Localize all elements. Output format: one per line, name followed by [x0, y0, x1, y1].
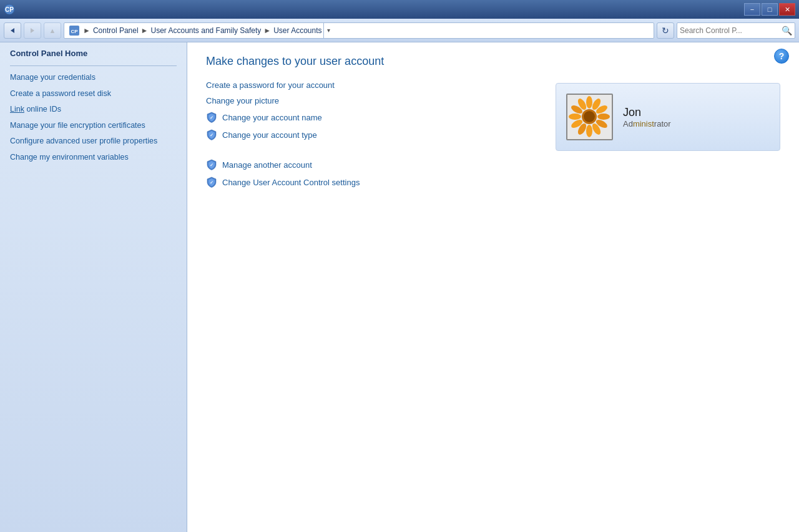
breadcrumb-bar: CP ► Control Panel ► User Accounts and F…: [64, 22, 654, 39]
user-avatar-image: [567, 95, 612, 139]
sidebar: Control Panel Home Manage your credentia…: [0, 42, 187, 532]
action-links: Create a password for your account Chang…: [206, 80, 506, 194]
back-button[interactable]: [4, 22, 21, 39]
shield-icon-change-name: ✓: [206, 112, 217, 123]
link-change-name[interactable]: ✓ Change your account name: [206, 112, 506, 123]
sidebar-divider: [10, 65, 177, 66]
page-title: Make changes to your user account: [206, 55, 780, 68]
user-info: Jon Administrator: [623, 106, 671, 128]
address-bar: ▲ CP ► Control Panel ► User Accounts and…: [0, 19, 799, 42]
breadcrumb-user-accounts-family[interactable]: User Accounts and Family Safety: [151, 26, 262, 35]
shield-icon-uac: ✓: [206, 177, 217, 188]
svg-text:✓: ✓: [210, 163, 213, 167]
breadcrumb-sep-1: ►: [83, 26, 91, 35]
svg-text:CP: CP: [5, 6, 14, 13]
user-role: Administrator: [623, 119, 671, 128]
breadcrumb-sep-2: ►: [141, 26, 149, 35]
sidebar-link-file-encryption[interactable]: Manage your file encryption certificates: [10, 120, 177, 132]
svg-point-13: [586, 125, 592, 137]
app-icon: CP: [4, 4, 15, 15]
svg-point-16: [569, 114, 581, 120]
svg-text:✓: ✓: [210, 115, 213, 120]
user-role-highlight: minist: [633, 119, 654, 128]
section-spacer: [206, 147, 506, 159]
svg-text:✓: ✓: [210, 180, 213, 185]
user-avatar: [566, 94, 613, 140]
sidebar-link-online-ids-rest: online IDs: [26, 105, 61, 114]
manage-another-label: Manage another account: [222, 160, 312, 170]
svg-point-7: [586, 96, 592, 109]
change-picture-label: Change your picture: [206, 96, 279, 105]
sidebar-link-environment-vars[interactable]: Change my environment variables: [10, 152, 177, 163]
breadcrumb-sep-3: ►: [263, 26, 271, 35]
main-layout: Control Panel Home Manage your credentia…: [0, 42, 799, 532]
link-uac-settings[interactable]: ✓ Change User Account Control settings: [206, 177, 506, 188]
user-role-suffix: rator: [654, 119, 671, 128]
create-password-label: Create a password for your account: [206, 80, 335, 90]
minimize-button[interactable]: −: [744, 3, 760, 16]
user-card: Jon Administrator: [556, 83, 780, 151]
svg-text:✓: ✓: [210, 133, 213, 137]
link-change-picture[interactable]: Change your picture: [206, 96, 506, 105]
sidebar-link-manage-credentials[interactable]: Manage your credentials: [10, 72, 177, 84]
breadcrumb-icon: CP: [68, 24, 81, 37]
title-bar-left: CP: [4, 4, 15, 15]
search-box: 🔍: [677, 22, 795, 39]
sidebar-link-password-reset[interactable]: Create a password reset disk: [10, 89, 177, 100]
refresh-button[interactable]: ↻: [657, 22, 674, 39]
link-create-password[interactable]: Create a password for your account: [206, 80, 506, 90]
close-button[interactable]: ✕: [779, 3, 795, 16]
sidebar-link-online-ids-underline: Link: [10, 105, 24, 114]
user-name: Jon: [623, 106, 671, 119]
svg-marker-2: [11, 28, 14, 33]
sidebar-home-link[interactable]: Control Panel Home: [10, 49, 177, 58]
svg-point-10: [597, 114, 610, 120]
shield-icon-manage-another: ✓: [206, 159, 217, 170]
up-button[interactable]: ▲: [44, 22, 61, 39]
shield-icon-change-type: ✓: [206, 129, 217, 140]
link-change-type[interactable]: ✓ Change your account type: [206, 129, 506, 140]
sidebar-link-advanced-profile[interactable]: Configure advanced user profile properti…: [10, 136, 177, 147]
sidebar-link-online-ids[interactable]: Link online IDs: [10, 104, 177, 115]
window-controls: − □ ✕: [744, 3, 795, 16]
link-manage-another[interactable]: ✓ Manage another account: [206, 159, 506, 170]
breadcrumb-user-accounts[interactable]: User Accounts: [273, 26, 321, 35]
content-area: ? Make changes to your user account: [187, 42, 799, 532]
title-bar: CP − □ ✕: [0, 0, 799, 19]
search-icon[interactable]: 🔍: [782, 26, 792, 36]
help-button[interactable]: ?: [774, 49, 789, 64]
change-name-label: Change your account name: [222, 113, 322, 122]
svg-marker-3: [31, 28, 34, 33]
svg-text:CP: CP: [71, 29, 78, 34]
breadcrumb-dropdown[interactable]: ▾: [323, 22, 333, 39]
uac-settings-label: Change User Account Control settings: [222, 178, 360, 187]
user-role-prefix: Ad: [623, 119, 633, 128]
svg-point-20: [584, 111, 595, 122]
change-type-label: Change your account type: [222, 130, 317, 140]
breadcrumb-control-panel[interactable]: Control Panel: [93, 26, 139, 35]
search-input[interactable]: [680, 26, 782, 35]
forward-button[interactable]: [24, 22, 41, 39]
maximize-button[interactable]: □: [762, 3, 778, 16]
